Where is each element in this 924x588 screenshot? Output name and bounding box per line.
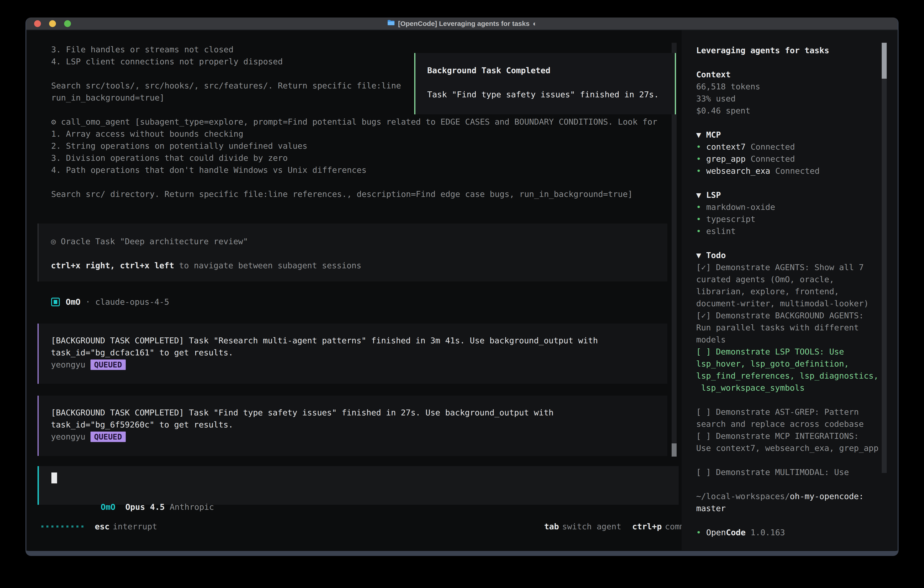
todo-item-line: models [696,334,880,345]
window-title-area: [OpenCode] Leveraging agents for tasks ◐ [26,20,898,28]
terminal-line [51,176,657,188]
hint-keys: ctrl+x right, ctrl+x left [51,261,174,270]
mcp-item: •grep_appConnected [696,153,880,165]
task-message-line: [BACKGROUND TASK COMPLETED] Task "Find t… [51,406,667,419]
app-window: [OpenCode] Leveraging agents for tasks ◐… [25,18,899,556]
bullseye-icon: ◎ [51,237,61,246]
ctrlp-key-hint: ctrl+p [632,522,662,531]
lsp-item: •markdown-oxide [696,201,880,213]
task-message-line: [BACKGROUND TASK COMPLETED] Task "Resear… [51,334,667,347]
app-version: •OpenCode 1.0.163 [696,526,880,538]
background-task-notification: Background Task Completed Task "Find typ… [414,53,676,114]
input-model-name: Opus 4.5 [116,502,165,512]
terminal-line: Search src/ directory. Return specific f… [51,188,657,200]
input-provider-name: Anthropic [165,502,214,512]
notification-body: Task "Find type safety issues" finished … [427,88,675,101]
notification-title: Background Task Completed [427,64,675,76]
chevron-down-icon: ▼ [696,251,701,260]
task-user: yeongyu [51,360,86,369]
sidebar: Leveraging agents for tasks Context 66,5… [681,30,898,550]
task-message-line: task_id="bg_dcfac161" to get results. [51,347,667,358]
text-cursor [51,472,57,483]
window-titlebar[interactable]: [OpenCode] Leveraging agents for tasks ◐ [26,18,898,30]
workspace-branch: master [696,502,880,514]
sidebar-scrollbar-thumb[interactable] [882,43,887,79]
task-meta-row: yeongyuQUEUED [51,358,667,371]
activity-dots-icon [41,525,83,527]
todo-item-line-active: [ ] Demonstrate LSP TOOLS: Use [696,345,880,358]
lsp-item: •typescript [696,213,880,225]
subagent-navigation-hint: ctrl+x right, ctrl+x left to navigate be… [51,259,667,271]
status-right: tab switch agent ctrl+p commands [544,522,705,531]
tab-key-label: switch agent [562,522,621,531]
terminal-line: 3. Division operations that could divide… [51,152,657,164]
workspace-path: ~/local-workspaces/oh-my-opencode: [696,490,880,502]
bullet-icon: • [696,201,706,213]
todo-item-line: Run parallel tasks with different [696,322,880,334]
input-agent-name: OmO [101,502,116,512]
window-title: [OpenCode] Leveraging agents for tasks [398,20,530,28]
background-task-message: [BACKGROUND TASK COMPLETED] Task "Find t… [38,396,667,456]
todo-item-line: [ ] Demonstrate AST-GREP: Pattern [696,406,880,418]
todo-item-line: curated agents (OmO, oracle, [696,273,880,285]
folder-icon [387,20,395,28]
sidebar-scrollbar[interactable] [882,43,887,473]
context-used: 33% used [696,92,880,105]
omo-agent-icon [51,297,60,306]
bullet-icon: • [696,225,706,237]
todo-item-line: Use context7, websearch_exa, grep_app [696,442,880,454]
background-task-message: [BACKGROUND TASK COMPLETED] Task "Resear… [38,324,667,384]
terminal-content: 3. File handles or streams not closed 4.… [26,30,898,550]
task-message-line: task_id="bg_6f59260c" to get results. [51,419,667,431]
model-selector-row[interactable]: OmO Opus 4.5 Anthropic [51,489,214,501]
oracle-task-title: ◎ Oracle Task "Deep architecture review" [51,235,667,248]
chevron-down-icon: ▼ [696,190,701,200]
todo-section-header[interactable]: ▼Todo [696,249,880,261]
hint-text: to navigate between subagent sessions [174,261,361,270]
todo-item-line-active: lsp_workspace_symbols [696,382,880,394]
lsp-section-header[interactable]: ▼LSP [696,189,880,201]
todo-item-line: [✓] Demonstrate AGENTS: Show all 7 [696,261,880,273]
status-left: esc interrupt [41,522,157,531]
bullet-icon: • [696,153,706,165]
bullet-icon: • [696,213,706,225]
queued-status-badge: QUEUED [91,431,126,442]
todo-item-line: [ ] Demonstrate MULTIMODAL: Use [696,466,880,478]
todo-item-line: [✓] Demonstrate BACKGROUND AGENTS: [696,309,880,322]
todo-item-line: [ ] Demonstrate MCP INTEGRATIONS: [696,430,880,442]
todo-item-line-active: lsp_hover, lsp_goto_definition, [696,358,880,370]
desktop-background: [OpenCode] Leveraging agents for tasks ◐… [0,0,924,588]
terminal-line: 4. Path operations that don't handle Win… [51,164,657,176]
terminal-line: 2. String operations on potentially unde… [51,140,657,152]
oracle-task-block: ◎ Oracle Task "Deep architecture review"… [38,223,667,281]
task-meta-row: yeongyuQUEUED [51,431,667,443]
todo-item-line: librarian, explore, frontend, [696,285,880,297]
gear-icon: ⚙ [51,117,61,126]
queued-status-badge: QUEUED [91,360,126,370]
bullet-icon: • [696,526,706,538]
session-progress-glyph: ◐ [533,20,537,28]
main-scrollbar-thumb[interactable] [672,443,676,457]
esc-key-hint: esc [95,522,110,531]
chevron-down-icon: ▼ [696,130,701,139]
agent-model: claude-opus-4-5 [95,296,169,308]
todo-item-line-active: lsp_find_references, lsp_diagnostics, [696,370,880,382]
context-heading: Context [696,68,880,81]
todo-item-line: document-writer, multimodal-looker) [696,297,880,309]
agent-header: OmO · claude-opus-4-5 [51,296,169,308]
bullet-icon: • [696,165,706,177]
task-user: yeongyu [51,432,86,441]
mcp-section-header[interactable]: ▼MCP [696,129,880,141]
mcp-item: •websearch_exaConnected [696,165,880,177]
prompt-input[interactable]: OmO Opus 4.5 Anthropic [38,466,679,505]
mcp-status: Connected [751,154,795,164]
sidebar-session-title: Leveraging agents for tasks [696,45,880,56]
agent-name: OmO [66,296,81,308]
tab-key-hint: tab [544,522,559,531]
mcp-status: Connected [751,142,795,152]
bullet-icon: • [696,141,706,153]
context-tokens: 66,518 tokens [696,81,880,92]
mcp-item: •context7Connected [696,141,880,153]
separator-dot: · [81,296,95,308]
status-bar: esc interrupt tab switch agent ctrl+p co… [41,520,705,532]
